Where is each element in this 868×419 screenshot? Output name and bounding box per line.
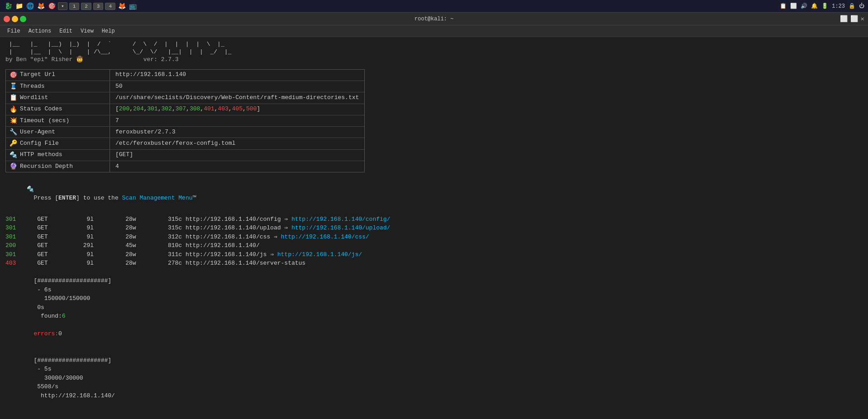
- sep6: ,: [200, 105, 204, 114]
- recursion-icon: 🔮: [10, 162, 17, 171]
- url-to-3: http://192.168.1.140/css/: [281, 233, 369, 242]
- config-value-wordlist: /usr/share/seclists/Discovery/Web-Conten…: [110, 92, 364, 103]
- value-methods: [GET]: [115, 151, 133, 159]
- menu-edit[interactable]: Edit: [56, 27, 76, 35]
- label-config: Config File: [20, 139, 59, 148]
- config-row-status: 🔥 Status Codes [200, 204, 301, 302, 307,…: [6, 104, 364, 115]
- status-code-2: 301: [5, 224, 16, 233]
- code-204: 204: [133, 105, 143, 114]
- config-row-recursion: 🔮 Recursion Depth 4: [6, 161, 364, 172]
- menu-help[interactable]: Help: [98, 27, 119, 35]
- method-3: GET: [16, 233, 48, 242]
- bracket-open: [: [115, 105, 119, 114]
- config-value-threads: 50: [110, 81, 128, 92]
- config-row-methods: 🔩 HTTP methods [GET]: [6, 150, 364, 161]
- lines-4: 29l: [48, 241, 94, 250]
- words-1: 28w: [94, 215, 136, 224]
- lines-5: 9l: [48, 250, 94, 259]
- agent-icon: 🔧: [10, 128, 17, 137]
- label-status: Status Codes: [20, 105, 62, 114]
- config-row-wordlist: 📋 Wordlist /usr/share/seclists/Discovery…: [6, 92, 364, 104]
- bracket-close: ]: [257, 105, 260, 114]
- status-code-4: 200: [5, 241, 16, 250]
- lines-3: 9l: [48, 233, 94, 242]
- words-5: 28w: [94, 250, 136, 259]
- system-bar: 🐉 📁 🌐 🦊 🎯 ▾ 1 2 3 4 🦊 📺 📋 ⬜ 🔊 🔔 🔋 1:23 🔒…: [0, 0, 868, 13]
- progress-line-3: [####################] - 0s 30000/30000 …: [5, 409, 863, 419]
- title-close-icon[interactable]: ✕: [861, 15, 864, 23]
- status-code-3: 301: [5, 233, 16, 242]
- arrow-5: ⇒: [267, 250, 277, 259]
- result-row-5: 301 GET 9l 28w 311c http://192.168.1.140…: [5, 250, 863, 259]
- workspace-1[interactable]: 1: [69, 3, 80, 10]
- menu-file[interactable]: File: [4, 27, 24, 35]
- ascii-line-1: |__ |_ |__) |_) | / ` / \ / | | | | \ |_: [5, 41, 863, 48]
- wordlist-icon: 📋: [10, 93, 17, 102]
- value-recursion: 4: [115, 162, 119, 171]
- volume-icon: 🔊: [801, 3, 807, 10]
- files-icon[interactable]: 📁: [14, 2, 24, 11]
- scan-results: 301 GET 9l 28w 315c http://192.168.1.140…: [5, 215, 863, 268]
- url-from-6: http://192.168.1.140/server-status: [186, 259, 305, 268]
- workspace-4[interactable]: 4: [105, 3, 115, 10]
- progress-time-2: - 5s: [33, 366, 62, 372]
- method-2: GET: [16, 224, 48, 233]
- value-wordlist: /usr/share/seclists/Discovery/Web-Conten…: [115, 94, 359, 102]
- sep7: ,: [215, 105, 218, 114]
- url-to-5: http://192.168.1.140/js/: [277, 250, 362, 259]
- dropdown-btn[interactable]: ▾: [58, 2, 67, 10]
- config-label-status: 🔥 Status Codes: [6, 104, 110, 115]
- timeout-icon: 💥: [10, 116, 17, 125]
- methods-icon: 🔩: [10, 151, 17, 160]
- words-2: 28w: [94, 224, 136, 233]
- sep1: ,: [129, 105, 133, 114]
- label-threads: Threads: [20, 82, 45, 91]
- firefox2-icon[interactable]: 🦊: [117, 2, 126, 11]
- firefox-icon[interactable]: 🦊: [36, 2, 45, 11]
- lines-2: 9l: [48, 224, 94, 233]
- battery-icon: 🔋: [821, 3, 828, 10]
- power-icon: ⏻: [859, 3, 864, 10]
- progress-url-2: http://192.168.1.140/: [33, 392, 114, 399]
- arrow-1: ⇒: [281, 215, 291, 224]
- title-controls: ⬜ ⬜ ✕: [840, 15, 864, 23]
- clock: 1:23: [832, 3, 845, 10]
- ascii-art: |__ |_ |__) |_) | / ` / \ / | | | | \ |_…: [5, 41, 863, 64]
- config-table: 🎯 Target Url http://192.168.1.140 🧵 Thre…: [5, 69, 365, 173]
- result-row-3: 301 GET 9l 28w 312c http://192.168.1.140…: [5, 233, 863, 242]
- config-label-threads: 🧵 Threads: [6, 81, 110, 92]
- scan-mgmt-link: Scan Management Menu: [122, 195, 193, 201]
- config-row-agent: 🔧 User-Agent feroxbuster/2.7.3: [6, 127, 364, 138]
- workspace-3[interactable]: 3: [93, 3, 104, 10]
- label-methods: HTTP methods: [20, 151, 62, 159]
- terminal-icon[interactable]: 📺: [128, 2, 137, 11]
- menu-view[interactable]: View: [77, 27, 97, 35]
- title-min-icon[interactable]: ⬜: [840, 15, 848, 23]
- sep8: ,: [229, 105, 232, 114]
- target-icon[interactable]: 🎯: [47, 2, 56, 11]
- words-4: 45w: [94, 241, 136, 250]
- found-val-1: 6: [62, 313, 66, 319]
- progress-rate-2: 5508/s: [33, 383, 62, 390]
- progress-line-2: [####################] - 5s 30000/30000 …: [5, 347, 863, 409]
- config-value-methods: [GET]: [110, 150, 138, 161]
- status-code-5: 301: [5, 250, 16, 259]
- progress-line-1: [####################] - 6s 150000/15000…: [5, 268, 863, 348]
- method-5: GET: [16, 250, 48, 259]
- workspace-2[interactable]: 2: [81, 3, 91, 10]
- menu-actions[interactable]: Actions: [25, 27, 55, 35]
- config-row-threads: 🧵 Threads 50: [6, 81, 364, 92]
- url-to-1: http://192.168.1.140/config/: [291, 215, 390, 224]
- code-301: 301: [147, 105, 157, 114]
- browser-icon[interactable]: 🌐: [25, 2, 34, 11]
- config-label-agent: 🔧 User-Agent: [6, 127, 110, 138]
- sep2: ,: [143, 105, 147, 114]
- scan-mgmt-icon: 🔩: [27, 186, 34, 193]
- scan-mgmt-bracket-open: [: [55, 195, 58, 201]
- config-label-recursion: 🔮 Recursion Depth: [6, 161, 110, 172]
- url-from-2: http://192.168.1.140/upload: [186, 224, 281, 233]
- threads-icon: 🧵: [10, 82, 17, 91]
- kali-dragon-icon[interactable]: 🐉: [4, 2, 13, 11]
- system-bar-left: 🐉 📁 🌐 🦊 🎯 ▾ 1 2 3 4 🦊 📺: [4, 2, 777, 11]
- title-max-icon[interactable]: ⬜: [850, 15, 858, 23]
